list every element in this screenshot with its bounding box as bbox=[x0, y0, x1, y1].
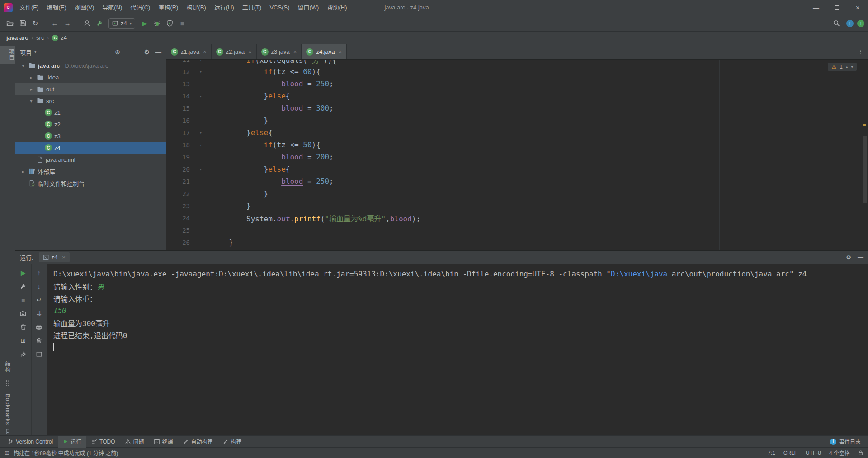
sync-icon[interactable]: ↻ bbox=[29, 18, 42, 29]
tab-close-icon[interactable]: × bbox=[339, 48, 342, 55]
toolwindow-button-Version Control[interactable]: Version Control bbox=[3, 436, 58, 448]
tree-item-临时文件和控制台[interactable]: 临时文件和控制台 bbox=[15, 177, 166, 189]
next-warning-icon[interactable]: ▾ bbox=[851, 65, 853, 69]
console-output[interactable]: D:\xuexi\java\bin\java.exe -javaagent:D:… bbox=[47, 264, 868, 435]
fold-icon[interactable]: ▾ bbox=[193, 70, 209, 74]
editor-tab-z1.java[interactable]: Cz1.java× bbox=[166, 44, 212, 59]
minimize-button[interactable]: — bbox=[806, 0, 826, 15]
menu-item[interactable]: 构建(B) bbox=[182, 0, 210, 15]
plugin-update-icon[interactable]: ↑ bbox=[857, 20, 864, 27]
tree-item-z3[interactable]: Cz3 bbox=[15, 130, 166, 142]
toolwindow-button-自动构建[interactable]: 自动构建 bbox=[178, 436, 218, 448]
clear-console-icon[interactable] bbox=[33, 336, 44, 346]
menu-item[interactable]: 代码(C) bbox=[126, 0, 154, 15]
toolwindow-button-终端[interactable]: 终端 bbox=[149, 436, 178, 448]
fold-icon[interactable]: ▾ bbox=[193, 94, 209, 98]
tree-item-src[interactable]: ▾src bbox=[15, 95, 166, 107]
run-tab[interactable]: z4 × bbox=[39, 252, 70, 262]
menu-item[interactable]: 重构(R) bbox=[154, 0, 182, 15]
editor-scrollbar[interactable] bbox=[863, 136, 867, 203]
tool-button-structure[interactable]: 结构 bbox=[4, 358, 11, 376]
tree-item-z1[interactable]: Cz1 bbox=[15, 107, 166, 118]
up-stack-icon[interactable]: ↑ bbox=[33, 268, 44, 278]
rerun-icon[interactable]: ▶ bbox=[18, 268, 28, 278]
menu-item[interactable]: 编辑(E) bbox=[43, 0, 71, 15]
tree-item-z2[interactable]: Cz2 bbox=[15, 118, 166, 130]
menu-item[interactable]: 工具(T) bbox=[238, 0, 266, 15]
save-all-icon[interactable] bbox=[16, 18, 29, 29]
split-icon[interactable] bbox=[33, 349, 44, 359]
tool-button-project[interactable]: 项目 bbox=[0, 46, 15, 64]
editor-tab-z3.java[interactable]: Cz3.java× bbox=[257, 44, 302, 59]
close-button[interactable]: × bbox=[847, 0, 868, 15]
indent-setting[interactable]: 4 个空格 bbox=[829, 449, 850, 457]
caret-position[interactable]: 7:1 bbox=[768, 450, 775, 456]
open-icon[interactable] bbox=[4, 18, 16, 29]
pin-icon[interactable] bbox=[18, 349, 28, 359]
toolwindow-button-问题[interactable]: 问题 bbox=[120, 436, 149, 448]
tree-item-out[interactable]: ▸out bbox=[15, 83, 166, 95]
lock-icon[interactable] bbox=[858, 450, 863, 456]
menu-item[interactable]: 视图(V) bbox=[71, 0, 98, 15]
gear-icon[interactable]: ⚙ bbox=[846, 254, 851, 261]
tab-close-icon[interactable]: × bbox=[62, 254, 66, 261]
gear-icon[interactable]: ⚙ bbox=[144, 48, 150, 56]
toolwindow-button-运行[interactable]: 运行 bbox=[58, 436, 86, 448]
soft-wrap-icon[interactable]: ↵ bbox=[33, 295, 44, 305]
search-icon[interactable] bbox=[830, 18, 843, 29]
menu-item[interactable]: 运行(U) bbox=[210, 0, 238, 15]
prev-warning-icon[interactable]: ▴ bbox=[846, 65, 848, 69]
print-icon[interactable] bbox=[33, 322, 44, 332]
fold-icon[interactable]: ▾ bbox=[193, 131, 209, 135]
tab-close-icon[interactable]: × bbox=[293, 48, 297, 55]
editor-tab-z2.java[interactable]: Cz2.java× bbox=[212, 44, 257, 59]
hide-panel-icon[interactable]: — bbox=[858, 254, 863, 261]
fold-icon[interactable]: ▾ bbox=[193, 167, 209, 172]
project-panel-title[interactable]: 项目 bbox=[20, 48, 32, 56]
menu-item[interactable]: 导航(N) bbox=[98, 0, 126, 15]
run-button[interactable]: ▶ bbox=[138, 18, 151, 29]
user-settings-icon[interactable] bbox=[80, 18, 93, 29]
event-log-button[interactable]: 1事件日志 bbox=[830, 438, 865, 445]
maximize-button[interactable] bbox=[826, 0, 847, 15]
tree-item-java arc[interactable]: ▾java arcD:\xuexi\java arc bbox=[15, 60, 166, 71]
toolwindow-button-构建[interactable]: 构建 bbox=[218, 436, 247, 448]
edit-config-icon[interactable] bbox=[18, 281, 28, 291]
inspection-widget[interactable]: ⚠ 1 ▴ ▾ bbox=[827, 62, 857, 71]
back-icon[interactable]: ← bbox=[48, 18, 61, 29]
toolwindow-switcher-icon[interactable]: ⊞ bbox=[5, 449, 9, 456]
build-project-icon[interactable] bbox=[93, 18, 106, 29]
tree-item-java arc.iml[interactable]: java arc.iml bbox=[15, 154, 166, 165]
expand-all-icon[interactable]: ≡ bbox=[126, 48, 129, 56]
menu-item[interactable]: VCS(S) bbox=[265, 0, 293, 15]
thread-dump-icon[interactable] bbox=[18, 308, 28, 318]
forward-icon[interactable]: → bbox=[61, 18, 74, 29]
editor-tab-z4.java[interactable]: Cz4.java× bbox=[302, 44, 347, 59]
scroll-end-icon[interactable]: ⇊ bbox=[33, 308, 44, 318]
breadcrumb-item[interactable]: java arc bbox=[6, 34, 28, 41]
file-encoding[interactable]: UTF-8 bbox=[806, 450, 821, 456]
coverage-button[interactable] bbox=[163, 18, 176, 29]
stop-icon[interactable]: ■ bbox=[18, 295, 28, 305]
stop-button[interactable]: ■ bbox=[176, 18, 189, 29]
collapse-all-icon[interactable]: ≡ bbox=[135, 48, 138, 56]
tab-close-icon[interactable]: × bbox=[203, 48, 207, 55]
menu-item[interactable]: 文件(F) bbox=[15, 0, 43, 15]
toolwindow-button-TODO[interactable]: TODO bbox=[86, 436, 120, 448]
line-separator[interactable]: CRLF bbox=[783, 450, 797, 456]
gc-icon[interactable] bbox=[18, 322, 28, 332]
update-icon[interactable]: ↑ bbox=[846, 20, 854, 27]
hide-panel-icon[interactable]: — bbox=[155, 48, 161, 56]
fold-icon[interactable]: ▾ bbox=[193, 60, 209, 62]
menu-item[interactable]: 窗口(W) bbox=[294, 0, 323, 15]
restore-layout-icon[interactable]: ⊞ bbox=[18, 336, 28, 346]
breadcrumb-item[interactable]: src bbox=[36, 34, 44, 41]
down-stack-icon[interactable]: ↓ bbox=[33, 281, 44, 291]
locate-icon[interactable]: ⊕ bbox=[115, 48, 120, 56]
tab-close-icon[interactable]: × bbox=[248, 48, 252, 55]
menu-item[interactable]: 帮助(H) bbox=[323, 0, 351, 15]
tree-item-外部库[interactable]: ▸外部库 bbox=[15, 165, 166, 177]
tool-button-bookmarks[interactable]: Bookmarks bbox=[5, 391, 11, 428]
tree-item-z4[interactable]: Cz4 bbox=[15, 142, 166, 154]
tab-list-icon[interactable]: ⋮ bbox=[853, 44, 868, 59]
